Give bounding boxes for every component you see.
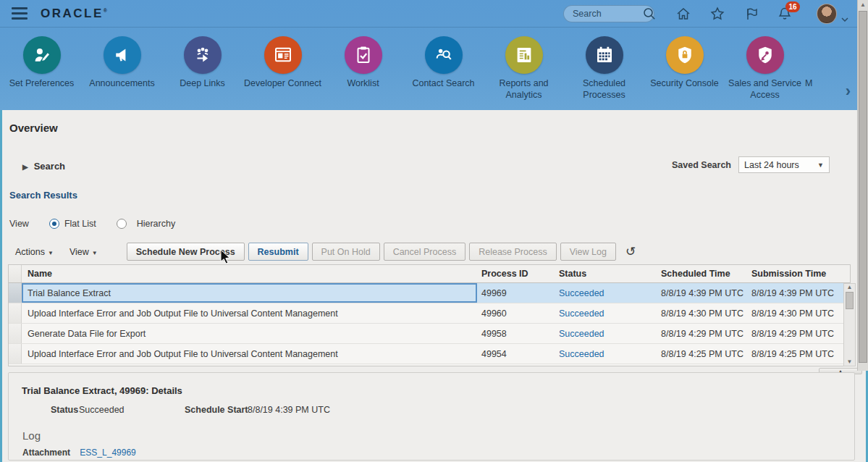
status-field-label: Status — [51, 405, 78, 415]
log-section-heading: Log — [22, 429, 41, 442]
nav-item-worklist[interactable]: Worklist — [323, 28, 403, 110]
status-link[interactable]: Succeeded — [559, 308, 604, 319]
cell-status: Succeeded — [555, 283, 658, 303]
favorites-star-icon[interactable] — [709, 6, 725, 22]
nav-item-overflow[interactable]: M — [805, 28, 838, 110]
global-search-input[interactable] — [564, 6, 654, 22]
cell-name[interactable]: Trial Balance Extract — [22, 283, 477, 303]
watchlist-flag-icon[interactable] — [743, 6, 759, 22]
cell-submission-time: 8/8/19 4:29 PM UTC — [749, 324, 837, 343]
table-row[interactable]: Trial Balance Extract 49969 Succeeded 8/… — [9, 283, 850, 303]
set-preferences-icon — [23, 36, 61, 74]
nav-item-contact-search[interactable]: Contact Search — [403, 28, 484, 110]
search-icon[interactable] — [641, 6, 657, 22]
nav-item-set-preferences[interactable]: Set Preferences — [1, 28, 82, 110]
cell-name[interactable]: Upload Interface Error and Job Output Fi… — [22, 344, 477, 364]
row-selector-gutter[interactable] — [9, 324, 22, 343]
reports-analytics-icon — [505, 36, 543, 74]
cell-scheduled-time: 8/8/19 4:39 PM UTC — [658, 283, 749, 303]
expand-triangle-icon: ▶ — [22, 163, 28, 171]
col-header-status[interactable]: Status — [555, 265, 658, 282]
status-link[interactable]: Succeeded — [559, 349, 604, 359]
col-header-scheduled-time[interactable]: Scheduled Time — [658, 265, 749, 282]
menu-caret-icon: ▼ — [48, 250, 54, 256]
nav-item-reports-analytics[interactable]: Reports and Analytics — [484, 28, 564, 110]
cell-submission-time: 8/8/19 4:30 PM UTC — [749, 303, 837, 323]
nav-item-security-console[interactable]: Security Console — [644, 28, 725, 110]
row-selector-gutter[interactable] — [9, 303, 22, 323]
user-avatar[interactable] — [817, 4, 837, 24]
announcements-icon — [104, 36, 141, 74]
attachment-link[interactable]: ESS_L_49969 — [80, 448, 135, 458]
radio-flat-list[interactable] — [49, 219, 59, 229]
schedule-new-process-button[interactable]: Schedule New Process — [127, 243, 245, 261]
table-row[interactable]: Generate Data File for Export 49958 Succ… — [9, 324, 850, 344]
view-menu[interactable]: View▼ — [69, 247, 98, 257]
row-selector-gutter — [9, 265, 22, 282]
nav-item-deep-links[interactable]: Deep Links — [162, 28, 243, 110]
page-scrollbar-thumb[interactable] — [859, 11, 867, 363]
schedule-start-label: Schedule Start — [185, 405, 248, 415]
actions-menu[interactable]: Actions▼ — [15, 247, 54, 257]
details-title: Trial Balance Extract, 49969: Details — [22, 385, 182, 396]
user-menu-chevron-icon[interactable] — [841, 12, 848, 16]
resubmit-button[interactable]: Resubmit — [248, 243, 308, 261]
results-toolbar: Actions▼ View▼ Schedule New Process Resu… — [15, 243, 636, 261]
cell-name[interactable]: Generate Data File for Export — [22, 324, 477, 343]
cell-process-id: 49954 — [477, 344, 555, 364]
release-process-button[interactable]: Release Process — [469, 243, 557, 261]
nav-item-developer-connect[interactable]: Developer Connect — [243, 28, 323, 110]
row-selector-gutter[interactable] — [9, 283, 22, 303]
table-scrollbar[interactable]: ▲ ▼ — [843, 283, 856, 366]
table-scrollbar-thumb[interactable] — [846, 292, 854, 309]
flat-list-label: Flat List — [64, 219, 96, 229]
page-scrollbar[interactable]: ▲ — [857, 0, 868, 371]
nav-item-scheduled-processes[interactable]: Scheduled Processes — [564, 28, 644, 110]
status-link[interactable]: Succeeded — [559, 288, 604, 298]
worklist-icon — [345, 36, 382, 74]
global-header: ORACLE® 16 — [0, 0, 868, 28]
row-selector-gutter[interactable] — [9, 344, 22, 364]
saved-search-select[interactable]: Last 24 hours ▼ — [738, 156, 830, 173]
table-row[interactable]: Upload Interface Error and Job Output Fi… — [9, 344, 850, 364]
scroll-down-icon[interactable]: ▼ — [844, 358, 855, 365]
nav-label: Scheduled Processes — [564, 78, 644, 101]
table-header-row: Name Process ID Status Scheduled Time Su… — [9, 265, 850, 283]
col-header-submission-time[interactable]: Submission Time — [749, 265, 837, 282]
scroll-up-icon[interactable]: ▲ — [844, 284, 855, 290]
refresh-icon[interactable]: ↻ — [625, 244, 636, 259]
col-header-name[interactable]: Name — [22, 265, 477, 282]
view-label: View — [9, 219, 29, 229]
top-banner: ORACLE® 16 — [0, 0, 868, 110]
cell-status: Succeeded — [555, 324, 658, 343]
notification-count-badge: 16 — [785, 1, 800, 12]
status-link[interactable]: Succeeded — [559, 329, 604, 339]
page-title: Overview — [9, 122, 58, 134]
cell-submission-time: 8/8/19 4:25 PM UTC — [749, 344, 837, 364]
table-row[interactable]: Upload Interface Error and Job Output Fi… — [9, 303, 850, 324]
nav-item-sales-service-access[interactable]: Sales and Service Access — [725, 28, 805, 110]
page-scroll-up-icon[interactable]: ▲ — [858, 0, 868, 10]
search-results-heading: Search Results — [9, 190, 77, 201]
col-header-process-id[interactable]: Process ID — [477, 265, 555, 282]
saved-search-label: Saved Search — [672, 160, 731, 170]
hierarchy-label: Hierarchy — [137, 219, 176, 229]
scheduled-processes-icon — [586, 36, 623, 74]
put-on-hold-button[interactable]: Put On Hold — [312, 243, 380, 261]
home-icon[interactable] — [675, 6, 691, 22]
notifications-bell-icon[interactable]: 16 — [777, 6, 793, 22]
nav-scroll-right-icon[interactable]: › — [846, 83, 851, 99]
nav-item-announcements[interactable]: Announcements — [82, 28, 162, 110]
cell-process-id: 49958 — [477, 324, 555, 343]
status-field-value: Succeeded — [79, 405, 125, 415]
menu-caret-icon: ▼ — [92, 250, 98, 256]
cell-name[interactable]: Upload Interface Error and Job Output Fi… — [22, 303, 477, 323]
navigator-menu-icon[interactable] — [12, 7, 28, 20]
cell-scheduled-time: 8/8/19 4:25 PM UTC — [658, 344, 749, 364]
cell-process-id: 49960 — [477, 303, 555, 323]
saved-search-group: Saved Search Last 24 hours ▼ — [672, 156, 830, 173]
view-log-button[interactable]: View Log — [560, 243, 616, 261]
cancel-process-button[interactable]: Cancel Process — [384, 243, 466, 261]
radio-hierarchy[interactable] — [117, 219, 127, 229]
search-section-toggle[interactable]: ▶Search — [22, 161, 65, 172]
